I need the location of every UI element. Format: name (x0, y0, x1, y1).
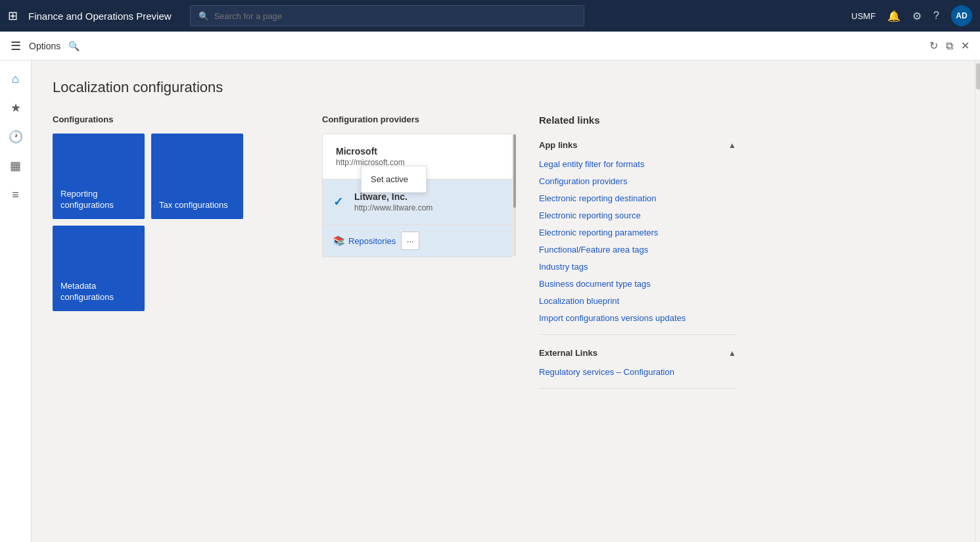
list-item: Functional/Feature area tags (539, 241, 736, 258)
close-icon[interactable]: ✕ (961, 39, 969, 52)
app-title: Finance and Operations Preview (28, 11, 172, 22)
config-tiles: Reporting configurations Tax configurati… (53, 134, 296, 311)
list-item: Industry tags (539, 258, 736, 275)
app-links-group: App links ▲ Legal entity filter for form… (539, 135, 736, 326)
providers-scroll-thumb (513, 134, 516, 208)
list-item: Electronic reporting source (539, 207, 736, 224)
divider (539, 334, 736, 335)
subnav-label: Options (29, 41, 60, 51)
external-links-list: Regulatory services – Configuration (539, 363, 736, 380)
tile-tax-configurations[interactable]: Tax configurations (151, 134, 243, 219)
list-item: Electronic reporting destination (539, 189, 736, 207)
tile-reporting-configurations[interactable]: Reporting configurations (53, 134, 145, 219)
link-import-configs[interactable]: Import configurations versions updates (539, 313, 686, 323)
link-business-doc-tags[interactable]: Business document type tags (539, 279, 651, 289)
external-links-header[interactable]: External Links ▲ (539, 343, 736, 363)
providers-heading: Configuration providers (322, 114, 513, 124)
sidebar: ⌂ ★ 🕐 ▦ ≡ (0, 61, 32, 542)
right-scrollbar (975, 61, 980, 542)
grid-icon[interactable]: ⊞ (8, 9, 18, 23)
link-functional-tags[interactable]: Functional/Feature area tags (539, 245, 648, 255)
external-link-icon[interactable]: ⧉ (946, 40, 953, 52)
more-options-button[interactable]: ··· (401, 232, 419, 250)
app-links-list: Legal entity filter for formats Configur… (539, 155, 736, 326)
subnav-search-icon[interactable]: 🔍 (68, 41, 80, 51)
active-check-icon: ✓ (333, 195, 343, 209)
sections-wrapper: Configurations Reporting configurations … (53, 114, 954, 397)
main-layout: ⌂ ★ 🕐 ▦ ≡ Localization configurations Co… (0, 61, 980, 542)
sidebar-item-home[interactable]: ⌂ (3, 66, 29, 92)
external-links-chevron-icon: ▲ (728, 349, 736, 358)
link-industry-tags[interactable]: Industry tags (539, 262, 588, 272)
app-links-header[interactable]: App links ▲ (539, 135, 736, 155)
help-icon[interactable]: ? (933, 10, 939, 22)
configurations-section: Configurations Reporting configurations … (53, 114, 296, 311)
top-nav-right: USMF 🔔 ⚙ ? AD (851, 5, 972, 26)
related-links-title: Related links (539, 114, 736, 126)
list-item: Localization blueprint (539, 292, 736, 309)
related-links-section: Related links App links ▲ Legal entity f… (539, 114, 736, 397)
sidebar-item-modules[interactable]: ≡ (3, 182, 29, 208)
list-item: Electronic reporting parameters (539, 224, 736, 241)
avatar[interactable]: AD (951, 5, 972, 26)
provider-actions: 📚 Repositories ··· (323, 225, 512, 257)
providers-scrollbar (513, 134, 516, 257)
search-bar: 🔍 (190, 5, 584, 26)
set-active-dropdown: Set active (361, 166, 427, 193)
link-regulatory-services[interactable]: Regulatory services – Configuration (539, 367, 674, 377)
app-links-chevron-icon: ▲ (728, 141, 736, 150)
list-item: Business document type tags (539, 275, 736, 292)
link-legal-entity[interactable]: Legal entity filter for formats (539, 159, 644, 169)
top-nav: ⊞ Finance and Operations Preview 🔍 USMF … (0, 0, 980, 32)
hamburger-icon[interactable]: ☰ (11, 39, 21, 53)
sidebar-item-workspaces[interactable]: ▦ (3, 153, 29, 179)
set-active-item[interactable]: Set active (362, 169, 426, 189)
link-localization-blueprint[interactable]: Localization blueprint (539, 296, 619, 306)
list-item: Regulatory services – Configuration (539, 363, 736, 380)
link-er-parameters[interactable]: Electronic reporting parameters (539, 228, 658, 237)
scroll-thumb (976, 63, 980, 89)
repositories-icon: 📚 (333, 235, 344, 246)
providers-panel: Microsoft http://microsoft.com ✓ Litware… (322, 134, 513, 257)
link-er-source[interactable]: Electronic reporting source (539, 210, 641, 220)
external-links-group: External Links ▲ Regulatory services – C… (539, 343, 736, 380)
sub-nav: ☰ Options 🔍 ↻ ⧉ ✕ (0, 32, 980, 61)
search-icon: 🔍 (198, 11, 209, 21)
provider-litware-name: Litware, Inc. (354, 191, 499, 202)
repositories-button[interactable]: 📚 Repositories (333, 235, 396, 246)
external-links-group-title: External Links (539, 348, 597, 358)
provider-microsoft-name: Microsoft (336, 146, 499, 157)
providers-section: Configuration providers Microsoft http:/… (322, 114, 513, 257)
subnav-actions: ↻ ⧉ ✕ (929, 39, 969, 52)
tile-metadata-configurations[interactable]: Metadata configurations (53, 226, 145, 311)
content-area: Localization configurations Configuratio… (32, 61, 975, 542)
sidebar-item-favorites[interactable]: ★ (3, 95, 29, 121)
refresh-icon[interactable]: ↻ (929, 39, 938, 52)
list-item: Import configurations versions updates (539, 309, 736, 326)
list-item: Legal entity filter for formats (539, 155, 736, 172)
sidebar-item-recent[interactable]: 🕐 (3, 124, 29, 150)
page-title: Localization configurations (53, 79, 954, 96)
provider-litware-url: http://www.litware.com (354, 203, 499, 212)
search-input[interactable] (214, 11, 576, 21)
bottom-divider (539, 388, 736, 389)
list-item: Configuration providers (539, 172, 736, 189)
link-er-destination[interactable]: Electronic reporting destination (539, 193, 657, 203)
app-links-group-title: App links (539, 140, 578, 150)
notification-icon[interactable]: 🔔 (887, 10, 900, 22)
settings-icon[interactable]: ⚙ (912, 10, 922, 22)
link-config-providers[interactable]: Configuration providers (539, 176, 627, 186)
configurations-heading: Configurations (53, 114, 296, 124)
company-label: USMF (851, 11, 875, 21)
